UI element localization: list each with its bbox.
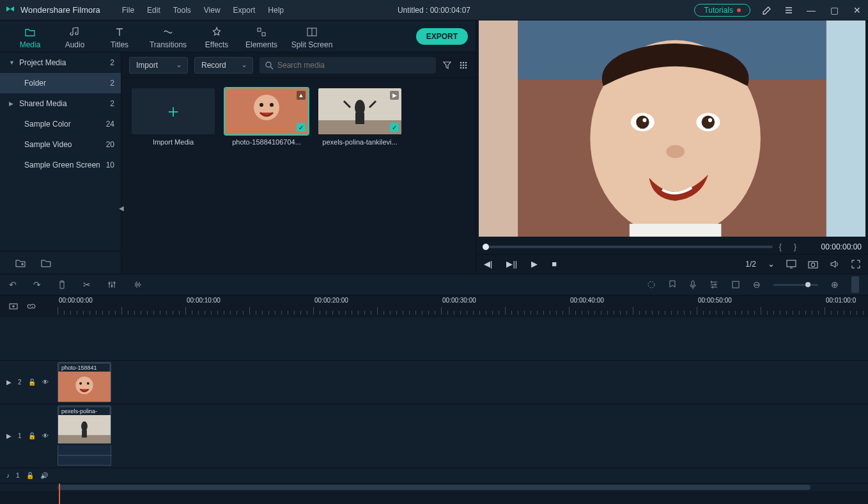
scrub-track[interactable] [483,246,773,248]
menu-file[interactable]: File [122,6,134,15]
menu-view[interactable]: View [204,6,221,15]
timeline-clip-2-audio[interactable] [58,445,111,466]
lock-icon[interactable]: 🔓 [28,432,36,439]
timeline-ruler[interactable]: 00:00:00:00 00:00:10:00 00:00:20:00 00:0… [0,295,868,317]
trim-braces[interactable]: { } [779,242,802,251]
menu-help[interactable]: Help [268,6,284,15]
sidebar-item-shared-media[interactable]: ▶Shared Media2 [0,93,121,114]
filter-icon[interactable] [442,60,452,70]
media-panel: Media Audio Titles Transitions Effects E… [0,20,476,274]
svg-rect-36 [787,260,796,267]
split-screen-icon [306,26,318,38]
add-track-icon[interactable] [9,302,18,311]
page-indicator: 1/2 [745,260,756,269]
preview-canvas[interactable] [479,20,865,237]
folder-icon [24,26,36,38]
media-tile-2[interactable]: ▶ ✓ pexels-polina-tankilevi... [318,88,401,146]
minimize-button[interactable]: — [805,5,817,15]
display-icon[interactable] [786,260,796,269]
speaker-icon[interactable]: 🔊 [40,472,48,479]
svg-rect-43 [692,281,694,286]
sidebar-item-sample-green-screen[interactable]: Sample Green Screen10 [0,155,121,175]
page-dropdown-icon[interactable]: ⌄ [768,259,775,269]
close-button[interactable]: ✕ [851,5,863,15]
preview-timecode: 00:00:00:00 [808,242,862,251]
stop-icon[interactable]: ■ [552,259,557,269]
undo-icon[interactable]: ↶ [9,280,17,290]
add-folder-icon[interactable] [15,258,26,267]
export-button[interactable]: EXPORT [416,28,468,45]
timeline-clip-2[interactable]: pexels-polina- [58,406,111,444]
play-pause-icon[interactable]: ▶|| [506,259,517,269]
svg-point-52 [81,421,88,432]
zoom-fit-button[interactable] [851,276,859,293]
redo-icon[interactable]: ↷ [33,280,41,290]
menu-export[interactable]: Export [233,6,256,15]
svg-point-34 [666,145,685,159]
image-type-icon: ▲ [297,91,306,100]
link-icon[interactable] [27,302,36,311]
zoom-slider[interactable] [773,284,818,286]
maximize-button[interactable]: ▢ [828,5,840,15]
zoom-handle[interactable] [805,282,810,287]
render-icon[interactable] [647,280,656,289]
sidebar-item-sample-color[interactable]: Sample Color24 [0,114,121,134]
import-dropdown[interactable]: Import [129,57,188,74]
list-icon[interactable] [784,5,794,15]
audio-track-icon: ♪ [6,472,10,479]
tutorials-button[interactable]: Tutorials [694,4,750,17]
tab-audio[interactable]: Audio [52,24,97,49]
voice-icon[interactable] [689,280,697,289]
mixer-icon[interactable] [709,280,718,289]
search-input[interactable] [277,61,431,70]
folder-icon-small[interactable] [41,258,51,267]
timeline-clip-1[interactable]: photo-158841 [58,362,111,402]
svg-point-8 [463,65,465,67]
volume-icon[interactable] [830,260,840,269]
zoom-in-icon[interactable]: ⊕ [831,280,839,290]
split-icon[interactable]: ✂ [83,280,91,290]
record-dropdown[interactable]: Record [194,57,253,74]
video-track-2[interactable]: ▶2 🔓 👁 photo-158841 [0,361,868,404]
eye-icon[interactable]: 👁 [42,379,49,386]
audio-track-1[interactable]: ♪1 🔓 🔊 [0,468,868,484]
audio-tools-icon[interactable] [133,280,143,289]
menu-tools[interactable]: Tools [173,6,191,15]
svg-point-42 [648,281,655,288]
tab-elements[interactable]: Elements [239,24,284,49]
sidebar-item-project-media[interactable]: ▼Project Media2 [0,52,121,73]
import-media-tile[interactable]: ＋ Import Media [132,88,215,146]
media-thumb-1 [225,88,308,134]
sidebar-item-sample-video[interactable]: Sample Video20 [0,134,121,155]
marker-icon[interactable] [669,280,676,289]
delete-icon[interactable] [58,280,66,289]
media-tile-1[interactable]: ▲ ✓ photo-15884106704... [225,88,308,146]
tab-split-screen[interactable]: Split Screen [284,24,340,49]
document-title: Untitled : 00:00:04:07 [398,6,470,15]
menu-edit[interactable]: Edit [147,6,160,15]
timeline-h-scrollbar[interactable] [0,484,868,491]
sidebar-item-folder[interactable]: Folder2 [0,73,121,93]
play-icon[interactable]: ▶ [531,259,538,269]
crop-icon[interactable] [731,280,740,289]
tab-media[interactable]: Media [8,24,52,49]
eye-icon[interactable]: 👁 [42,432,49,439]
tab-effects[interactable]: Effects [194,24,239,49]
ruler-mark: 00:00:30:00 [442,297,476,304]
edit-icon[interactable] [762,5,772,15]
zoom-out-icon[interactable]: ⊖ [753,280,761,290]
ruler-mark: 00:00:20:00 [314,297,348,304]
tab-titles[interactable]: Titles [97,24,142,49]
fullscreen-icon[interactable] [851,260,860,269]
adjustments-icon[interactable] [107,280,116,289]
video-track-1[interactable]: ▶1 🔓 👁 pexels-polina- [0,404,868,468]
snapshot-icon[interactable] [808,260,818,269]
prev-frame-icon[interactable]: ◀| [484,259,492,269]
lock-icon[interactable]: 🔓 [26,472,34,479]
effects-icon [211,26,222,38]
scrub-handle[interactable] [483,244,489,250]
tab-transitions[interactable]: Transitions [142,24,194,49]
collapse-caret-icon[interactable]: ◀ [119,205,124,212]
lock-icon[interactable]: 🔓 [28,379,36,386]
grid-view-icon[interactable] [458,60,468,70]
